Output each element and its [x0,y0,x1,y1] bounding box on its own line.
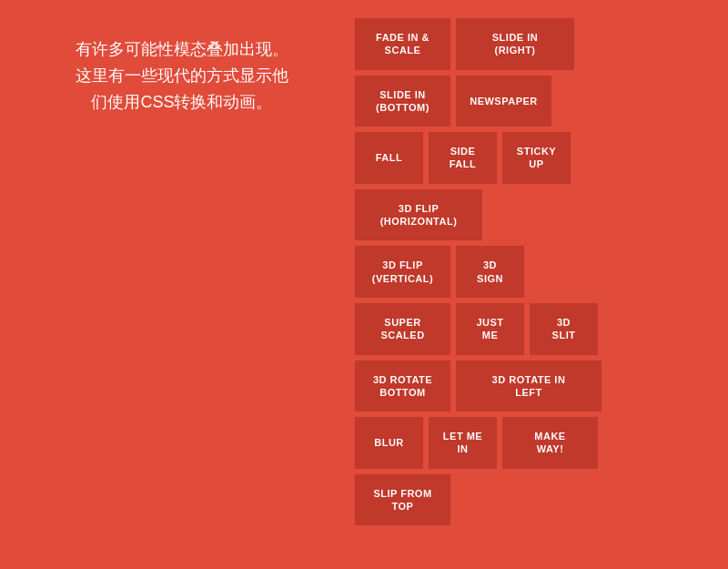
description-line1: 有许多可能性模态叠加出现。 [76,40,288,58]
btn-3d-flip-vertical[interactable]: 3D FLIP(VERTICAL) [355,246,450,298]
btn-just-me[interactable]: JUSTME [456,303,524,355]
animation-buttons-area: FADE IN &SCALE SLIDE IN(RIGHT) SLIDE IN(… [346,0,728,544]
btn-newspaper[interactable]: NEWSPAPER [456,76,551,127]
row-7: 3D ROTATEBOTTOM 3D ROTATE INLEFT [355,361,719,412]
btn-3d-flip-horizontal[interactable]: 3D FLIP(HORIZONTAL) [355,189,482,241]
row-3: FALL SIDEFALL STICKYUP [355,132,719,184]
btn-3d-sign[interactable]: 3DSIGN [456,246,524,298]
row-9: SLIP FROMTOP [355,474,719,526]
btn-make-way[interactable]: MAKEWAY! [502,417,598,469]
description-text: 有许多可能性模态叠加出现。 这里有一些现代的方式显示他 们使用CSS转换和动画。 [0,0,346,133]
row-8: BLUR LET MEIN MAKEWAY! [355,417,719,469]
row-1: FADE IN &SCALE SLIDE IN(RIGHT) [355,18,719,70]
btn-sticky-up[interactable]: STICKYUP [502,132,571,184]
btn-side-fall[interactable]: SIDEFALL [429,132,497,184]
btn-fall[interactable]: FALL [355,132,423,184]
btn-blur[interactable]: BLUR [355,417,423,469]
btn-slide-in-right[interactable]: SLIDE IN(RIGHT) [456,18,574,70]
btn-slide-in-bottom[interactable]: SLIDE IN(BOTTOM) [355,76,450,127]
row-4: 3D FLIP(HORIZONTAL) [355,189,719,241]
row-5: 3D FLIP(VERTICAL) 3DSIGN [355,246,719,298]
description-line3: 们使用CSS转换和动画。 [91,93,272,111]
btn-super-scaled[interactable]: SUPERSCALED [355,303,450,355]
description-line2: 这里有一些现代的方式显示他 [76,66,288,85]
btn-let-me-in[interactable]: LET MEIN [429,417,497,469]
btn-slip-from-top[interactable]: SLIP FROMTOP [355,474,450,526]
btn-3d-rotate-in-left[interactable]: 3D ROTATE INLEFT [456,361,602,412]
btn-fade-in-scale[interactable]: FADE IN &SCALE [355,18,450,70]
row-2: SLIDE IN(BOTTOM) NEWSPAPER [355,76,719,127]
btn-3d-rotate-bottom[interactable]: 3D ROTATEBOTTOM [355,361,450,412]
row-6: SUPERSCALED JUSTME 3DSLIT [355,303,719,355]
btn-3d-slit[interactable]: 3DSLIT [530,303,598,355]
